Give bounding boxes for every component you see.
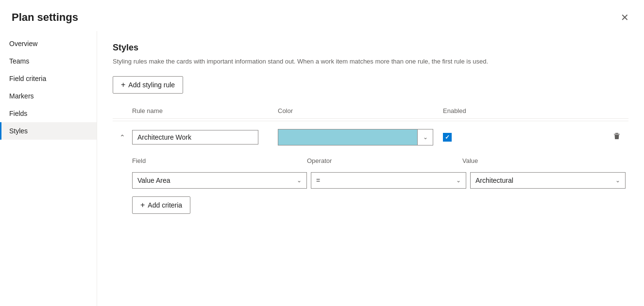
col-color: Color xyxy=(278,107,443,114)
sidebar-item-label: Field criteria xyxy=(9,75,46,82)
operator-select-value: = xyxy=(316,177,320,184)
sidebar-item-styles[interactable]: Styles xyxy=(0,122,97,140)
col-expand xyxy=(113,107,132,114)
sidebar: Overview Teams Field criteria Markers Fi… xyxy=(0,31,97,306)
modal-title: Plan settings xyxy=(12,11,78,24)
svg-rect-0 xyxy=(615,133,618,134)
criteria-row: Value Area ⌄ = ⌄ Architectural ⌄ xyxy=(132,168,628,193)
section-description: Styling rules make the cards with import… xyxy=(113,57,598,66)
sidebar-item-label: Fields xyxy=(9,110,27,117)
modal-body: Overview Teams Field criteria Markers Fi… xyxy=(0,31,644,306)
enabled-checkbox[interactable]: ✓ xyxy=(443,133,452,142)
field-select-value: Value Area xyxy=(137,177,170,184)
col-spacer xyxy=(540,107,609,114)
plan-settings-modal: Plan settings ✕ Overview Teams Field cri… xyxy=(0,0,644,306)
trash-icon xyxy=(613,132,621,142)
modal-header: Plan settings ✕ xyxy=(0,0,644,31)
close-icon: ✕ xyxy=(621,12,629,23)
operator-select[interactable]: = ⌄ xyxy=(311,172,466,189)
section-title: Styles xyxy=(113,43,628,53)
sidebar-item-overview[interactable]: Overview xyxy=(0,35,97,52)
chevron-down-icon: ⌃ xyxy=(119,133,125,141)
table-header: Rule name Color Enabled xyxy=(113,103,628,119)
value-select[interactable]: Architectural ⌄ xyxy=(470,172,626,189)
sidebar-item-label: Overview xyxy=(9,40,37,48)
delete-rule-button[interactable] xyxy=(609,129,625,145)
plus-criteria-icon: + xyxy=(140,201,145,209)
value-select-value: Architectural xyxy=(475,177,513,184)
enabled-checkbox-container: ✓ xyxy=(443,133,540,142)
close-button[interactable]: ✕ xyxy=(617,10,632,25)
sidebar-item-label: Teams xyxy=(9,57,29,65)
field-select-chevron-icon: ⌄ xyxy=(297,177,302,184)
sidebar-item-field-criteria[interactable]: Field criteria xyxy=(0,70,97,87)
field-col-header: Field xyxy=(132,157,307,164)
criteria-header: Field Operator Value xyxy=(132,153,628,168)
color-chevron-icon: ⌄ xyxy=(417,129,433,145)
col-delete xyxy=(609,107,628,114)
criteria-section: Field Operator Value Value Area ⌄ = ⌄ xyxy=(113,147,628,214)
table-row: ⌃ ⌄ ✓ xyxy=(113,121,628,220)
rule-main-row: ⌃ ⌄ ✓ xyxy=(113,127,628,147)
svg-rect-1 xyxy=(614,134,620,134)
operator-select-chevron-icon: ⌄ xyxy=(456,177,461,184)
field-select[interactable]: Value Area ⌄ xyxy=(132,172,307,189)
checkmark-icon: ✓ xyxy=(445,134,450,141)
add-styling-rule-button[interactable]: + Add styling rule xyxy=(113,76,183,94)
expand-rule-button[interactable]: ⌃ xyxy=(113,133,132,141)
rule-name-input[interactable] xyxy=(132,130,258,145)
add-rule-label: Add styling rule xyxy=(128,81,175,89)
add-criteria-button[interactable]: + Add criteria xyxy=(132,196,190,214)
operator-col-header: Operator xyxy=(307,157,462,164)
col-rule-name: Rule name xyxy=(132,107,278,114)
sidebar-item-fields[interactable]: Fields xyxy=(0,105,97,122)
sidebar-item-label: Styles xyxy=(9,127,28,135)
color-dropdown[interactable]: ⌄ xyxy=(278,129,433,145)
sidebar-item-label: Markers xyxy=(9,92,34,100)
value-col-header: Value xyxy=(462,157,618,164)
col-enabled: Enabled xyxy=(443,107,540,114)
sidebar-item-teams[interactable]: Teams xyxy=(0,52,97,70)
value-select-chevron-icon: ⌄ xyxy=(615,177,620,184)
add-criteria-label: Add criteria xyxy=(148,201,182,209)
sidebar-item-markers[interactable]: Markers xyxy=(0,87,97,105)
color-swatch xyxy=(278,129,417,145)
content-area: Styles Styling rules make the cards with… xyxy=(97,31,644,306)
plus-icon: + xyxy=(121,81,125,89)
